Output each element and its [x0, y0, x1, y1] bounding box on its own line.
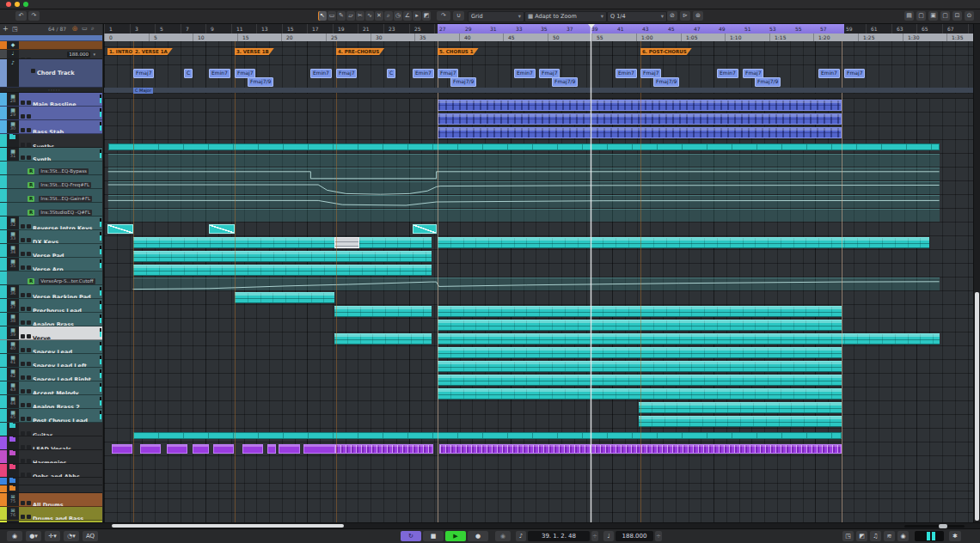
track-row-guitar[interactable]: Guitar: [0, 423, 102, 436]
window-layout-button-5[interactable]: ⊙: [965, 11, 974, 21]
region-purple[interactable]: [112, 444, 132, 454]
folder-solo-button[interactable]: [27, 431, 31, 436]
chord-event[interactable]: C: [387, 69, 395, 78]
track-list-header-button-0[interactable]: ◎: [72, 25, 77, 32]
region-cyan[interactable]: [438, 306, 842, 317]
region-ghost[interactable]: [108, 154, 940, 167]
region-blue[interactable]: [438, 127, 842, 138]
automation-parameter-name[interactable]: Ins:3St...EQ-Freq#FL: [39, 182, 91, 188]
solo-button[interactable]: [27, 128, 31, 132]
marker-flag[interactable]: 6. POST-CHORUS: [640, 48, 692, 55]
region-purple[interactable]: [267, 444, 276, 454]
solo-button[interactable]: [27, 101, 31, 105]
chord-event[interactable]: Fmaj7/9: [450, 77, 476, 87]
region-purple[interactable]: [242, 444, 263, 454]
automation-read-button[interactable]: R: [28, 196, 34, 202]
pre-roll-button[interactable]: ◉: [495, 531, 511, 541]
chord-event[interactable]: Fmaj7: [133, 69, 154, 78]
region-purple[interactable]: [279, 444, 300, 454]
automation-read-button[interactable]: R: [28, 182, 34, 188]
chord-event[interactable]: Emin7: [616, 69, 637, 78]
undo-button[interactable]: ↶: [15, 11, 27, 21]
transport-left-button-0[interactable]: ◉: [7, 531, 22, 541]
track-row-marker[interactable]: ◆Marker: [0, 41, 102, 50]
track-row-spacey-lead-right[interactable]: ▦42Spacey Lead Right: [0, 368, 102, 381]
mute-button[interactable]: [21, 348, 25, 352]
transport-left-button-3[interactable]: ◔▾: [64, 531, 79, 541]
track-row-ins-3st-eq-gain-fl[interactable]: R Ins:3St...EQ-Gain#FL 17.1 dB: [0, 189, 102, 203]
tempo-display[interactable]: 188.000: [616, 531, 653, 541]
close-window-button[interactable]: [6, 2, 11, 7]
region-blue[interactable]: [438, 113, 842, 125]
window-layout-button-1[interactable]: ▢: [916, 11, 926, 21]
track-row-main-bassline-choru-op[interactable]: ▦29Main Bassline Choru..op: [0, 107, 102, 120]
mute-button[interactable]: [21, 501, 25, 505]
mute-tool[interactable]: ✕: [375, 11, 383, 21]
chord-event[interactable]: Fmaj7/9: [653, 77, 679, 87]
track-row-harmonies[interactable]: Harmonies: [0, 450, 102, 464]
grid-type-select[interactable]: ▦ Adapt to Zoom▾: [524, 11, 607, 22]
seconds-ruler[interactable]: 05101520253035404550551:001:051:101:151:…: [104, 34, 975, 41]
playhead[interactable]: [591, 24, 591, 522]
cycle-button[interactable]: ↻: [401, 531, 421, 541]
minimize-window-button[interactable]: [15, 2, 20, 7]
range-selection-tool[interactable]: ▭: [328, 11, 336, 21]
track-row-seconds[interactable]: Seconds: [0, 35, 102, 41]
chord-event[interactable]: Fmaj7: [844, 69, 865, 78]
window-layout-button-3[interactable]: ▢: [940, 11, 950, 21]
folder-solo-button[interactable]: [27, 445, 31, 449]
chord-mute-button[interactable]: [31, 69, 35, 73]
zoom-slider[interactable]: [904, 525, 965, 528]
region-ghost[interactable]: [133, 278, 940, 290]
mute-button[interactable]: [21, 224, 25, 229]
play-tool[interactable]: ▸: [413, 11, 421, 21]
window-layout-button-4[interactable]: ⊡: [952, 11, 962, 21]
chord-event[interactable]: Emin7: [209, 69, 230, 78]
solo-button[interactable]: [27, 238, 31, 242]
mute-button[interactable]: [21, 265, 25, 270]
quantize-select[interactable]: Q 1/4▾: [607, 11, 667, 22]
mute-button[interactable]: [21, 417, 25, 421]
solo-button[interactable]: [27, 224, 31, 229]
bar-ruler[interactable]: 1357911131517192123252729313335373941434…: [104, 24, 975, 34]
region-ghost[interactable]: [108, 181, 940, 194]
track-row-ins-3st-eq-bypass[interactable]: R Ins:3St...EQ-Bypass On: [0, 162, 102, 175]
transport-settings-button[interactable]: ✱: [949, 531, 961, 541]
window-layout-button-2[interactable]: ▣: [928, 11, 938, 21]
region-blue[interactable]: [438, 100, 842, 111]
region-cyan[interactable]: [639, 402, 842, 413]
toolbar-right-icon-0[interactable]: ⊘: [667, 11, 677, 21]
region-cyan[interactable]: [235, 292, 334, 303]
object-selection-tool[interactable]: ↖: [318, 11, 327, 21]
transport-right-button-0[interactable]: ◳: [842, 531, 854, 541]
solo-button[interactable]: [27, 375, 31, 380]
marker-flag[interactable]: 2. VERSE 1A: [133, 48, 173, 55]
solo-button[interactable]: [27, 320, 31, 325]
region-ghost[interactable]: [108, 195, 940, 208]
solo-button[interactable]: [27, 252, 31, 256]
region-cyan[interactable]: [334, 306, 432, 317]
transport-right-button-3[interactable]: ≋: [884, 531, 895, 541]
toolbar-right-icon-2[interactable]: ⊛: [693, 11, 703, 21]
region-purple[interactable]: [213, 444, 234, 454]
track-row-bass-stab[interactable]: ▦30Bass Stab: [0, 120, 102, 134]
chord-event[interactable]: Fmaj7/9: [755, 77, 781, 87]
mute-button[interactable]: [21, 375, 25, 380]
marker-flag[interactable]: 4. PRE-CHORUS: [336, 48, 384, 55]
vertical-scrollbar-thumb[interactable]: [975, 292, 979, 521]
region-cyanbar[interactable]: [108, 143, 940, 150]
vertical-scrollbar[interactable]: [973, 24, 980, 522]
mute-button[interactable]: [21, 252, 25, 256]
transport-right-button-4[interactable]: ◉: [897, 531, 909, 541]
track-row-verse-pad[interactable]: ▦34Verse Pad: [0, 244, 102, 258]
solo-button[interactable]: [27, 265, 31, 270]
automation-read-button[interactable]: R: [28, 168, 34, 174]
transport-left-button-1[interactable]: ●▾: [26, 531, 41, 541]
region-sel[interactable]: [334, 237, 359, 248]
track-row-accent-melody[interactable]: ▦43Accent Melody: [0, 381, 102, 395]
track-list-header-button-1[interactable]: ▭: [82, 25, 88, 32]
automation-parameter-name[interactable]: Ins:3St...EQ-Bypass: [39, 168, 89, 174]
transport-right-button-2[interactable]: ♫: [870, 531, 881, 541]
zoom-window-button[interactable]: [23, 2, 28, 7]
track-row-ins-3studioeq-q-fl[interactable]: R Ins:3StudioEQ -Q#FL 1.0: [0, 203, 102, 217]
